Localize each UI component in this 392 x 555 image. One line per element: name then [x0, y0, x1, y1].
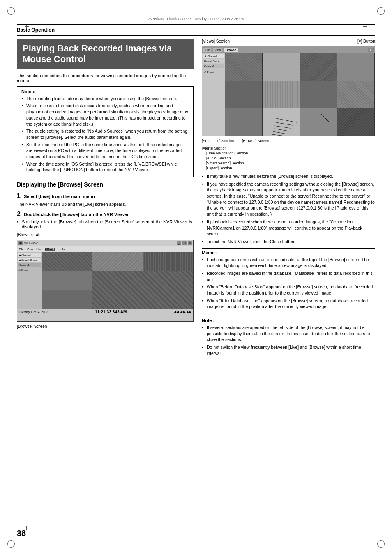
page-title: Playing Back Recorded Images via Mouse C…	[23, 43, 188, 65]
ss-cell-5	[92, 271, 193, 309]
top-screenshot: File View Browse × ▼ Channel Default Gro…	[202, 46, 375, 136]
ss-preset-label: ⊙ Preset	[18, 269, 41, 272]
ss-menu-view: View	[27, 248, 33, 251]
step-1: 1 Select [Live] from the main menu The N…	[17, 193, 194, 207]
ss-camera-selected: Camera1	[203, 64, 224, 68]
ss-cell-3	[143, 252, 193, 271]
memo-item-4: When "After Database End" appears on the…	[202, 298, 375, 310]
ss-tab-browse: Browse	[224, 48, 238, 52]
browse-tab-label: [Browse] Tab	[17, 233, 194, 237]
annotation-alerts: [Alerts] Section	[202, 146, 375, 150]
x-button-label: [×] Button	[357, 39, 375, 44]
left-column: Playing Back Recorded Images via Mouse C…	[17, 39, 194, 360]
step-2-bullet: Similarly, click the [Browse] tab when t…	[17, 219, 194, 229]
ss-default-group: Default Group	[203, 59, 224, 63]
step-1-number: 1	[17, 193, 21, 199]
ss-menu-help: Help	[58, 248, 64, 251]
memo-item-1: Each image bar comes with an online indi…	[202, 257, 375, 269]
ss-menu-live: Live	[36, 248, 42, 251]
step-2: 2 Double-click the [Browse] tab on the N…	[17, 211, 194, 229]
ss-r-cell-1	[225, 53, 262, 81]
ss-date: Tuesday, Oct 14, 2007	[19, 311, 48, 313]
ss-cell-2	[92, 252, 142, 271]
ss-r-cell-9	[225, 108, 262, 136]
ss-r-cell-7	[300, 81, 337, 108]
note-box: Note : If several sections are opened on…	[202, 316, 375, 360]
header-meta: VK7Ni600_J.book Page 38 Tuesday, June 3,…	[17, 17, 375, 21]
note-item-r-2: Do not switch the view frequently betwee…	[202, 344, 375, 356]
note-list: If several sections are opened on the le…	[202, 325, 375, 356]
note-item-5: When the time zone in [OS Setting] is al…	[21, 161, 189, 173]
section-divider	[17, 35, 375, 36]
ss-sidebar: ■ Channel ■ Default Group Camera1 ⊙ Pres…	[17, 252, 42, 309]
memo-title: Memo :	[202, 250, 375, 255]
ss-address-bar: NVR Viewer	[24, 242, 176, 244]
header-divider	[17, 24, 375, 25]
ss-r-cell-2	[263, 53, 300, 81]
note-item-3: The audio setting is restored to "No Aud…	[21, 128, 189, 140]
ss-main-grid	[42, 252, 193, 309]
notes-list: The recording frame rate may decline whe…	[21, 96, 189, 173]
annotation-export: [Export] Section	[206, 166, 375, 170]
note-item-1: The recording frame rate may decline whe…	[21, 96, 189, 102]
views-section-label: [Views] Section	[202, 39, 230, 44]
ss-right-sidebar: ▼ Channel Default Group Camera1 ⊙ Preset	[202, 53, 225, 136]
ss-r-cell-8	[337, 81, 374, 108]
ss-cell-7	[42, 290, 92, 309]
intro-text: This section describes the procedures fo…	[17, 73, 194, 83]
ss-top-tabs: File View Browse	[203, 48, 367, 52]
right-column: [Views] Section [×] Button File View Bro…	[202, 39, 375, 360]
ss-menu-file: File	[19, 248, 23, 251]
ss-btn-max: □	[182, 241, 187, 245]
right-bullet-list: It may take a few minutes before the [Br…	[202, 173, 375, 245]
step-2-number: 2	[17, 211, 21, 217]
section-label: Basic Operation	[17, 27, 375, 33]
ss-r-cell-12	[337, 108, 374, 136]
right-bullet-1: It may take a few minutes before the [Br…	[202, 173, 375, 180]
ss-r-cell-4	[337, 53, 374, 81]
browse-tab-screenshot: ▣ NVR Viewer _ □ × File View Live Browse…	[17, 240, 194, 322]
right-bullet-4: To exit the NVR Viewer, click the Close …	[202, 239, 375, 245]
ss-bottom-bar: Tuesday, Oct 14, 2007 11:21:33.343 AM ◀◀…	[17, 309, 193, 321]
two-column-layout: Playing Back Recorded Images via Mouse C…	[17, 39, 375, 360]
memo-box: Memo : Each image bar comes with an onli…	[202, 248, 375, 314]
ss-r-cell-11	[300, 108, 337, 136]
annotation-smart: [Smart Search] Section	[206, 161, 375, 165]
ss-sidebar-group: ■ Default Group	[18, 258, 41, 262]
ss-tab-view: View	[213, 48, 222, 52]
bottom-divider	[17, 523, 375, 523]
ss-r-cell-10	[263, 108, 300, 136]
ss-controls: ◀◀ ◀ ▶ ▶▶	[174, 310, 191, 314]
ss-btn-min: _	[177, 241, 181, 245]
ss-x-btn: ×	[368, 48, 374, 52]
annotation-timenav: [Time Navigation] Section	[206, 151, 375, 155]
ss-sidebar-preset: ⊙ Preset	[18, 269, 41, 272]
ss-menu-browse: Browse	[45, 247, 55, 251]
views-label-row: [Views] Section [×] Button	[202, 39, 375, 44]
ss-channel-tree: ▼ Channel	[203, 54, 224, 58]
memo-list: Each image bar comes with an online indi…	[202, 257, 375, 310]
note-title: Note :	[202, 318, 375, 323]
page-number: 38	[17, 529, 26, 538]
ss-r-cell-5	[225, 81, 262, 108]
step-1-title: Select [Live] from the main menu	[24, 194, 95, 199]
ss-time: 11:21:33.343 AM	[95, 310, 127, 314]
memo-item-3: When "Before Database Start" appears on …	[202, 284, 375, 296]
ss-cell-4	[42, 271, 92, 290]
annotation-sequence: [Sequence] Section	[202, 139, 234, 143]
ss-bottom-content: Tuesday, Oct 14, 2007 11:21:33.343 AM ◀◀…	[19, 310, 191, 314]
page: VK7Ni600_J.book Page 38 Tuesday, June 3,…	[0, 0, 392, 555]
ss-tab-file: File	[203, 48, 211, 52]
right-bullet-2: If you have specified the camera recordi…	[202, 181, 375, 217]
ss-preset-section: ⊙ Preset	[203, 70, 224, 74]
ss-r-cell-3	[300, 53, 337, 81]
ss-btn-close: ×	[188, 241, 192, 245]
ss-sidebar-camera: Camera1	[18, 263, 41, 267]
note-item-4: Set the time zone of the PC to the same …	[21, 142, 189, 160]
ss-right-grid	[225, 53, 375, 136]
notes-box: Notes: The recording frame rate may decl…	[17, 86, 194, 177]
annotation-labels: [Sequence] Section [Browse] Screen	[202, 139, 375, 143]
step-2-title: Double-click the [Browse] tab on the NVR…	[24, 212, 130, 217]
ss-sidebar-channel: ■ Channel	[18, 253, 41, 257]
memo-item-2: Recorded images are saved in the databas…	[202, 270, 375, 282]
